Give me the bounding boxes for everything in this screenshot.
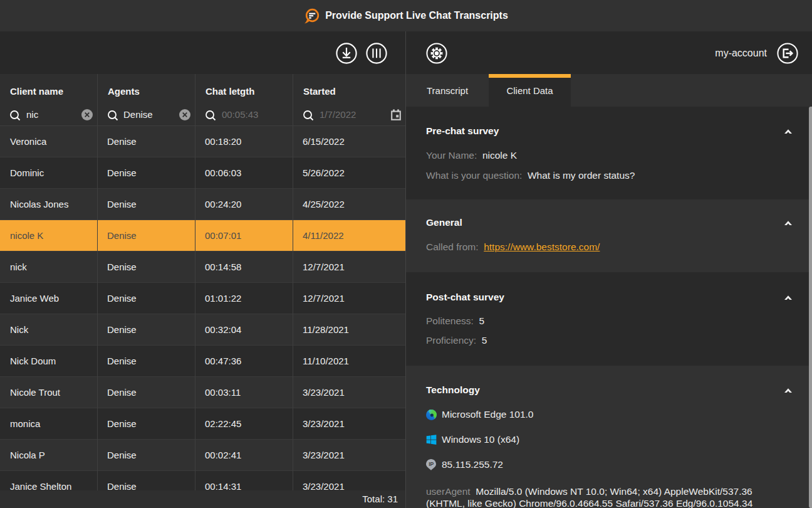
svg-text:IP: IP (429, 461, 434, 467)
